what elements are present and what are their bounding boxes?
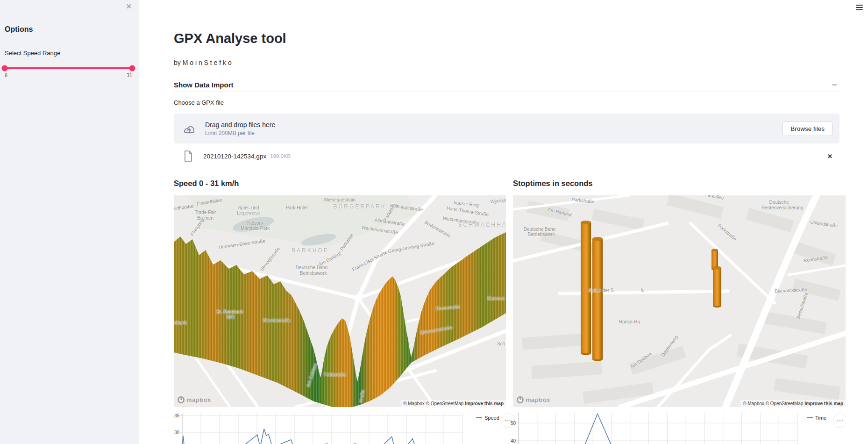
speed-range-slider[interactable] xyxy=(5,66,132,71)
slider-max-value: 31 xyxy=(127,73,132,78)
osm-attribution-link[interactable]: © OpenStreetMap xyxy=(426,401,464,406)
file-dropzone[interactable]: Drag and drop files here Limit 200MB per… xyxy=(174,114,840,143)
charts-row: 3530Speed 5040Time xyxy=(174,411,846,444)
map-attribution: © Mapbox © OpenStreetMap Improve this ma… xyxy=(401,400,506,407)
byline: by M o i n S t e f k o xyxy=(174,59,232,66)
slider-thumb-max[interactable] xyxy=(129,65,135,72)
browse-files-button[interactable]: Browse files xyxy=(783,122,832,136)
svg-text:30: 30 xyxy=(174,430,180,435)
file-name: 20210120-142534.gpx xyxy=(203,153,266,160)
chart-legend-label: Speed xyxy=(484,415,499,421)
mapbox-logo[interactable]: mapbox xyxy=(178,396,211,403)
mapbox-logo-text: mapbox xyxy=(186,396,211,403)
mapbox-logo-icon xyxy=(517,396,524,403)
speed-ridge-3d xyxy=(174,195,506,407)
svg-text:40: 40 xyxy=(511,438,516,444)
mapbox-attribution-link[interactable]: © Mapbox xyxy=(743,401,764,406)
data-import-expander[interactable]: Show Data Import – xyxy=(174,78,840,92)
uploader-label: Choose a GPX file xyxy=(174,99,224,106)
dropzone-texts: Drag and drop files here Limit 200MB per… xyxy=(205,121,783,136)
sidebar: ✕ Options Select Speed Range 0 31 xyxy=(0,0,139,444)
uploaded-file-row: 20210120-142534.gpx 199.0KB ✕ xyxy=(174,149,840,164)
mapbox-logo-text: mapbox xyxy=(526,396,550,403)
speed-map[interactable]: FindorffalleedorffstraßeTrade FairBremen… xyxy=(174,195,506,407)
speed-line-chart: 3530Speed xyxy=(174,411,529,444)
mapbox-logo-icon xyxy=(178,396,185,403)
map-title-speed: Speed 0 - 31 km/h xyxy=(174,179,239,188)
svg-text:35: 35 xyxy=(174,413,180,418)
slider-track[interactable] xyxy=(5,67,132,69)
file-size: 199.0KB xyxy=(270,153,291,159)
main-content: GPX Analyse tool by M o i n S t e f k o … xyxy=(174,0,846,444)
file-icon xyxy=(184,150,192,162)
chart-legend-label: Time xyxy=(815,415,826,421)
mapbox-logo[interactable]: mapbox xyxy=(517,396,550,403)
improve-map-link[interactable]: Improve this map xyxy=(804,401,843,406)
dropzone-title: Drag and drop files here xyxy=(205,121,783,129)
sidebar-title: Options xyxy=(5,25,33,34)
expander-label: Show Data Import xyxy=(174,81,234,89)
osm-attribution-link[interactable]: © OpenStreetMap xyxy=(766,401,804,406)
slider-values: 0 31 xyxy=(5,73,132,78)
remove-file-button[interactable]: ✕ xyxy=(827,153,832,160)
dropzone-limit: Limit 200MB per file xyxy=(205,130,783,136)
collapse-minus-icon[interactable]: – xyxy=(832,80,840,89)
mapbox-attribution-link[interactable]: © Mapbox xyxy=(403,401,425,406)
sidebar-close-icon[interactable]: ✕ xyxy=(126,2,132,11)
svg-text:50: 50 xyxy=(511,421,516,426)
cloud-upload-icon xyxy=(181,121,198,136)
slider-min-value: 0 xyxy=(5,73,7,78)
time-line-chart: 5040Time xyxy=(513,411,846,444)
map-attribution: © Mapbox © OpenStreetMap Improve this ma… xyxy=(740,400,846,407)
improve-map-link[interactable]: Improve this map xyxy=(465,401,504,406)
slider-thumb-min[interactable] xyxy=(2,65,8,72)
chart-menu-button[interactable] xyxy=(833,414,846,428)
stoptimes-cylinders xyxy=(513,195,846,407)
page-title: GPX Analyse tool xyxy=(174,31,286,46)
speed-range-label: Select Speed Range xyxy=(5,50,60,57)
stoptimes-map[interactable]: ParkstraßeParkalleeAm BarkhofDeutsche Ba… xyxy=(513,195,846,407)
hamburger-menu-icon[interactable] xyxy=(856,5,863,12)
map-title-stoptimes: Stoptimes in seconds xyxy=(513,179,593,188)
